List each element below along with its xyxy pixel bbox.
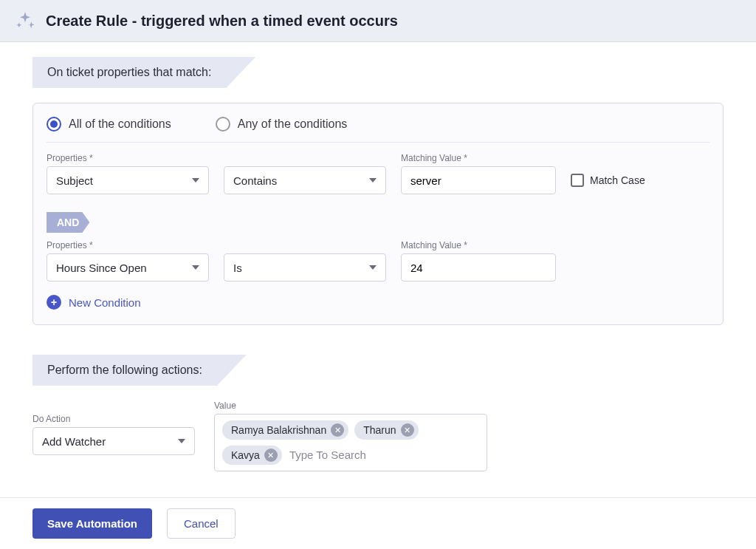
radio-label: All of the conditions bbox=[69, 117, 171, 131]
matching-value-input[interactable] bbox=[401, 253, 556, 282]
watcher-tag-input[interactable]: Ramya Balakrishnan ✕ Tharun ✕ Kavya ✕ Ty… bbox=[214, 414, 487, 471]
chevron-down-icon bbox=[369, 265, 377, 270]
property-select[interactable]: Hours Since Open bbox=[47, 253, 209, 282]
spacer-label bbox=[224, 240, 386, 250]
plus-icon: + bbox=[47, 295, 61, 310]
and-connector: AND bbox=[47, 212, 89, 233]
sparkle-icon bbox=[15, 10, 35, 31]
match-case-checkbox[interactable]: Match Case bbox=[571, 166, 645, 194]
matching-value-label: Matching Value * bbox=[401, 153, 556, 163]
conditions-banner: On ticket properties that match: bbox=[32, 57, 255, 88]
chevron-down-icon bbox=[192, 178, 199, 183]
value-label: Value bbox=[214, 400, 487, 411]
page-title: Create Rule - triggered when a timed eve… bbox=[46, 13, 398, 30]
radio-icon bbox=[47, 117, 61, 132]
chevron-down-icon bbox=[178, 439, 185, 443]
do-action-label: Do Action bbox=[32, 414, 195, 424]
tag-label: Ramya Balakrishnan bbox=[231, 424, 326, 436]
actions-banner: Perform the following actions: bbox=[32, 355, 247, 386]
tag-chip: Ramya Balakrishnan ✕ bbox=[222, 420, 348, 440]
save-automation-button[interactable]: Save Automation bbox=[32, 508, 152, 539]
action-row: Do Action Add Watcher Value Ramya Balakr… bbox=[32, 400, 724, 471]
chevron-down-icon bbox=[192, 265, 199, 270]
remove-tag-icon[interactable]: ✕ bbox=[264, 449, 278, 462]
matching-value-input[interactable] bbox=[401, 166, 556, 194]
footer-bar: Save Automation Cancel bbox=[0, 497, 756, 545]
select-value: Is bbox=[233, 262, 242, 274]
radio-all-conditions[interactable]: All of the conditions bbox=[47, 117, 171, 132]
condition-mode-row: All of the conditions Any of the conditi… bbox=[47, 117, 709, 143]
page-header: Create Rule - triggered when a timed eve… bbox=[0, 0, 756, 42]
tag-chip: Tharun ✕ bbox=[354, 420, 418, 440]
tag-label: Tharun bbox=[363, 424, 396, 436]
matching-value-field[interactable] bbox=[410, 174, 546, 187]
tag-search-placeholder[interactable]: Type To Search bbox=[288, 446, 368, 465]
remove-tag-icon[interactable]: ✕ bbox=[401, 423, 414, 437]
tag-label: Kavya bbox=[231, 449, 260, 461]
radio-icon bbox=[216, 117, 230, 132]
condition-row: Properties * Subject Contains Matching V… bbox=[47, 153, 709, 194]
tag-chip: Kavya ✕ bbox=[222, 446, 282, 465]
properties-label: Properties * bbox=[47, 153, 209, 163]
matching-value-label: Matching Value * bbox=[401, 240, 556, 250]
radio-label: Any of the conditions bbox=[238, 117, 348, 131]
cancel-button[interactable]: Cancel bbox=[167, 508, 236, 539]
condition-row: Properties * Hours Since Open Is Matchin… bbox=[47, 240, 709, 282]
new-condition-label: New Condition bbox=[69, 296, 141, 309]
radio-any-conditions[interactable]: Any of the conditions bbox=[216, 117, 348, 132]
action-select[interactable]: Add Watcher bbox=[32, 427, 195, 455]
properties-label: Properties * bbox=[47, 240, 209, 250]
matching-value-field[interactable] bbox=[410, 262, 546, 274]
remove-tag-icon[interactable]: ✕ bbox=[331, 423, 344, 437]
select-value: Contains bbox=[233, 174, 277, 187]
select-value: Subject bbox=[56, 174, 93, 187]
select-value: Hours Since Open bbox=[56, 262, 147, 274]
new-condition-button[interactable]: + New Condition bbox=[47, 295, 709, 310]
property-select[interactable]: Subject bbox=[47, 166, 209, 194]
spacer-label bbox=[224, 153, 386, 163]
select-value: Add Watcher bbox=[42, 435, 106, 448]
checkbox-label: Match Case bbox=[590, 174, 645, 186]
chevron-down-icon bbox=[369, 178, 377, 183]
conditions-panel: All of the conditions Any of the conditi… bbox=[32, 103, 724, 325]
operator-select[interactable]: Contains bbox=[224, 166, 386, 194]
checkbox-icon bbox=[571, 174, 584, 187]
operator-select[interactable]: Is bbox=[224, 253, 386, 282]
